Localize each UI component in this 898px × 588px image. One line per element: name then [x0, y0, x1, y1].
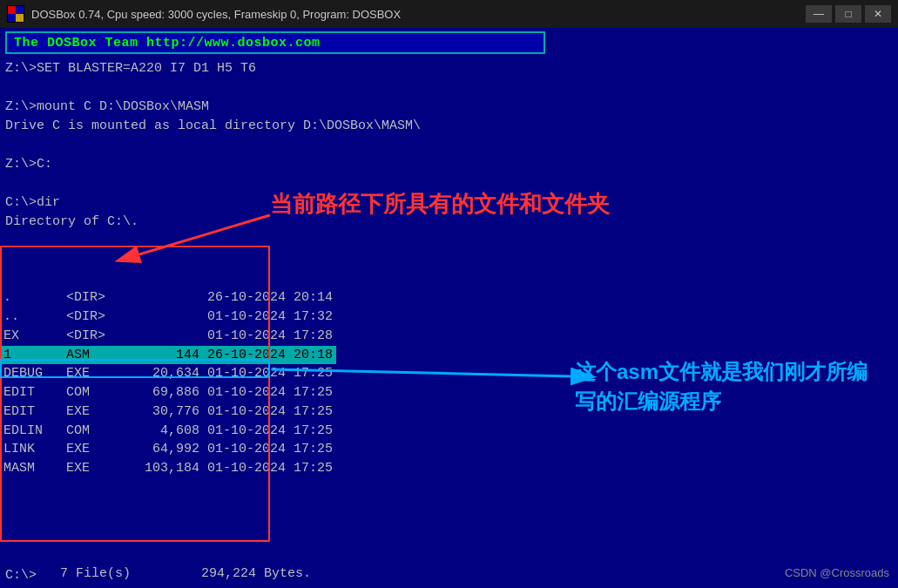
watermark: CSDN @Crossroads: [785, 566, 889, 579]
dosbox-banner: The DOSBox Team http://www.dosbox.com: [5, 31, 545, 54]
blue-annotation: 这个asm文件就是我们刚才所编写的汇编源程序: [575, 357, 871, 416]
table-row: EDIT EXE 30,776 01-10-2024 17:25: [0, 402, 336, 422]
table-row: MASM EXE 103,184 01-10-2024 17:25: [0, 459, 336, 478]
table-row: .. <DIR> 01-10-2024 17:32: [0, 308, 336, 327]
dosbox-screen: The DOSBox Team http://www.dosbox.com Z:…: [0, 28, 898, 588]
table-row: . <DIR> 26-10-2024 20:14: [0, 288, 336, 308]
prompt-line: C:\>: [5, 568, 37, 583]
cdir-line: C:\>dir: [5, 193, 60, 213]
zc-line: Z:\>C:: [5, 155, 52, 174]
window-title: DOSBox 0.74, Cpu speed: 3000 cycles, Fra…: [31, 8, 799, 21]
table-row: DEBUG EXE 20,634 01-10-2024 17:25: [0, 364, 336, 383]
drive-line: Drive C is mounted as local directory D:…: [5, 117, 421, 136]
dirof-line: Directory of C:\.: [5, 213, 138, 232]
table-row: EDIT COM 69,886 01-10-2024 17:25: [0, 383, 336, 402]
summary-lines: 7 File(s) 294,224 Bytes. 3 Dir(s) 262,11…: [5, 526, 327, 588]
dos-icon: [7, 5, 24, 23]
banner-text: The DOSBox Team http://www.dosbox.com: [14, 36, 321, 51]
title-bar: DOSBox 0.74, Cpu speed: 3000 cycles, Fra…: [0, 0, 898, 28]
close-button[interactable]: ✕: [865, 5, 891, 23]
maximize-button[interactable]: □: [835, 5, 861, 23]
minimize-button[interactable]: —: [806, 5, 832, 23]
red-annotation: 当前路径下所具有的文件和文件夹: [270, 189, 610, 220]
window-controls: — □ ✕: [806, 5, 891, 23]
blaster-line: Z:\>SET BLASTER=A220 I7 D1 H5 T6: [5, 59, 256, 78]
directory-table: . <DIR> 26-10-2024 20:14.. <DIR> 01-10-2…: [0, 232, 336, 478]
table-row: EDLIN COM 4,608 01-10-2024 17:25: [0, 422, 336, 441]
table-row: LINK EXE 64,992 01-10-2024 17:25: [0, 440, 336, 459]
table-row: EX <DIR> 01-10-2024 17:28: [0, 327, 336, 346]
file-summary: 7 File(s) 294,224 Bytes.: [5, 564, 327, 584]
mount-line: Z:\>mount C D:\DOSBox\MASM: [5, 98, 209, 117]
table-row: 1 ASM 144 26-10-2024 20:18: [0, 346, 336, 365]
